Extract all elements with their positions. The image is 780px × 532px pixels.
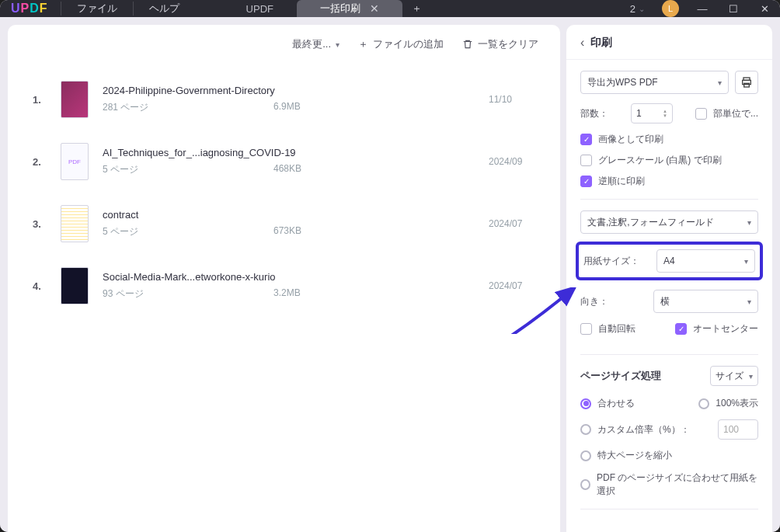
collate-label: 部単位で... <box>713 107 758 120</box>
file-pages: 5 ページ <box>103 163 165 176</box>
add-file-button[interactable]: ＋ファイルの追加 <box>358 37 444 51</box>
file-thumbnail <box>61 205 89 242</box>
print-as-image-label: 画像として印刷 <box>598 133 663 146</box>
file-size: 6.9MB <box>273 101 320 114</box>
sort-dropdown[interactable]: 最終更...▾ <box>292 37 340 51</box>
file-date: 2024/09 <box>489 156 535 167</box>
close-icon[interactable]: ✕ <box>370 2 379 15</box>
file-name: Social-Media-Mark...etworkone-x-kurio <box>103 271 475 283</box>
print-as-image-checkbox[interactable]: ✓ <box>580 134 592 145</box>
file-size: 3.2MB <box>273 287 320 301</box>
file-date: 2024/07 <box>489 280 535 291</box>
actual-label: 100%表示 <box>716 397 758 410</box>
paper-size-select[interactable]: A4▾ <box>656 249 755 273</box>
tab-label: 一括印刷 <box>320 2 360 16</box>
grayscale-checkbox[interactable] <box>580 155 592 166</box>
shrink-radio[interactable] <box>580 450 591 461</box>
tab-batch-print[interactable]: 一括印刷 ✕ <box>297 0 402 17</box>
file-thumbnail: PDF <box>61 143 89 180</box>
plus-icon: ＋ <box>358 37 368 51</box>
minimize-button[interactable]: — <box>687 0 718 17</box>
file-size: 673KB <box>273 225 320 238</box>
chevron-down-icon: ▾ <box>747 218 751 227</box>
panel-title: 印刷 <box>590 36 612 50</box>
custom-scale-label: カスタム倍率（%）： <box>597 423 690 436</box>
orientation-label: 向き： <box>580 295 646 308</box>
file-thumbnail <box>61 267 89 304</box>
file-index: 1. <box>33 94 47 106</box>
tab-updf[interactable]: UPDF <box>223 0 297 17</box>
reverse-order-checkbox[interactable]: ✓ <box>580 176 592 187</box>
open-windows-count[interactable]: 2⌄ <box>621 3 654 15</box>
custom-scale-input[interactable]: 100 <box>718 419 758 440</box>
file-size: 468KB <box>273 163 320 176</box>
file-list: 1. 2024-Philippine-Government-Directory … <box>8 59 560 532</box>
printer-select[interactable]: 导出为WPS PDF▾ <box>580 71 729 94</box>
main-panel: 最終更...▾ ＋ファイルの追加 一覧をクリア 1. 2024-Philippi… <box>8 25 560 532</box>
app-logo: UPDF <box>11 2 48 16</box>
list-item[interactable]: 1. 2024-Philippine-Government-Directory … <box>33 68 535 130</box>
file-name: AI_Techniques_for_...iagnosing_COVID-19 <box>103 147 475 158</box>
print-settings-panel: ‹ 印刷 导出为WPS PDF▾ 部数： 1▲▼ 部単位で... ✓画像として印… <box>566 25 772 532</box>
auto-rotate-checkbox[interactable] <box>580 323 592 335</box>
file-name: contract <box>103 209 475 221</box>
paper-size-highlight: 用紙サイズ： A4▾ <box>576 242 763 280</box>
shrink-label: 特大ページを縮小 <box>597 449 672 462</box>
file-pages: 281 ページ <box>103 101 165 114</box>
list-item[interactable]: 4. Social-Media-Mark...etworkone-x-kurio… <box>33 255 535 317</box>
print-button[interactable] <box>735 71 758 94</box>
paper-size-label: 用紙サイズ： <box>583 255 649 268</box>
copies-label: 部数： <box>580 107 608 120</box>
file-thumbnail <box>61 81 89 118</box>
annotations-select[interactable]: 文書,注釈,フォームフィールド▾ <box>580 210 758 234</box>
chevron-down-icon: ▾ <box>744 257 748 266</box>
file-date: 2024/07 <box>489 218 535 229</box>
grayscale-label: グレースケール (白黒) で印刷 <box>598 154 722 167</box>
collate-checkbox[interactable] <box>695 108 707 120</box>
file-index: 2. <box>33 156 47 168</box>
auto-rotate-label: 自動回転 <box>598 322 635 336</box>
fit-label: 合わせる <box>597 397 635 410</box>
page-handling-label: ページサイズ処理 <box>580 369 661 383</box>
auto-center-label: オートセンター <box>693 322 758 336</box>
chevron-down-icon: ▾ <box>749 372 753 381</box>
list-item[interactable]: 2. PDF AI_Techniques_for_...iagnosing_CO… <box>33 130 535 193</box>
fit-radio[interactable] <box>580 398 591 409</box>
menu-file[interactable]: ファイル <box>64 2 130 16</box>
reverse-label: 逆順に印刷 <box>598 175 645 188</box>
file-index: 3. <box>33 218 47 230</box>
orientation-select[interactable]: 横▾ <box>653 290 758 313</box>
file-index: 4. <box>33 280 47 292</box>
list-item[interactable]: 3. contract 5 ページ673KB 2024/07 <box>33 193 535 255</box>
tab-label: UPDF <box>246 3 273 15</box>
avatar[interactable]: L <box>662 0 679 17</box>
custom-scale-radio[interactable] <box>580 424 591 435</box>
choose-paper-label: PDF のページサイズに合わせて用紙を選択 <box>597 471 758 498</box>
file-pages: 93 ページ <box>103 287 165 301</box>
trash-icon <box>462 39 473 50</box>
close-window-button[interactable]: ✕ <box>749 0 780 17</box>
file-date: 11/10 <box>489 94 535 105</box>
file-name: 2024-Philippine-Government-Directory <box>103 85 475 96</box>
titlebar: UPDF ファイル ヘルプ UPDF 一括印刷 ✕ ＋ 2⌄ L — ☐ ✕ <box>0 0 780 17</box>
clear-all-button[interactable]: 一覧をクリア <box>462 37 538 51</box>
chevron-down-icon: ▾ <box>747 297 751 306</box>
file-pages: 5 ページ <box>103 225 165 238</box>
chevron-down-icon: ▾ <box>718 78 722 87</box>
actual-size-radio[interactable] <box>698 398 709 409</box>
add-tab-button[interactable]: ＋ <box>402 0 431 17</box>
page-handling-select[interactable]: サイズ▾ <box>710 366 758 386</box>
auto-center-checkbox[interactable]: ✓ <box>675 323 687 335</box>
back-button[interactable]: ‹ <box>580 36 584 50</box>
maximize-button[interactable]: ☐ <box>718 0 749 17</box>
menu-help[interactable]: ヘルプ <box>137 2 192 16</box>
choose-paper-radio[interactable] <box>580 479 590 490</box>
copies-input[interactable]: 1▲▼ <box>631 103 673 123</box>
